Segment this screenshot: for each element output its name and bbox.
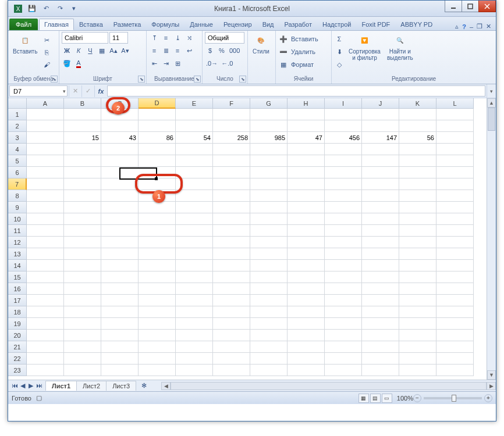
cell-I18[interactable] [325, 306, 362, 318]
cell-I23[interactable] [325, 364, 362, 376]
close-button[interactable] [478, 1, 496, 12]
cell-H19[interactable] [288, 318, 325, 330]
cell-J16[interactable] [362, 283, 399, 295]
cell-J4[interactable] [362, 144, 399, 155]
cell-B3[interactable]: 15 [64, 132, 101, 144]
cell-L16[interactable] [436, 283, 474, 295]
ribbon-minimize-icon[interactable]: ▵ [455, 23, 459, 30]
cancel-formula-button[interactable]: ✕ [69, 85, 81, 97]
cell-B4[interactable] [64, 144, 101, 155]
cell-E20[interactable] [176, 330, 213, 341]
cell-K12[interactable] [399, 237, 436, 248]
tab-рецензир[interactable]: Рецензир [218, 19, 257, 30]
cell-H14[interactable] [288, 260, 325, 271]
cell-I17[interactable] [325, 295, 362, 306]
cell-H7[interactable] [288, 178, 325, 190]
column-header-E[interactable]: E [176, 98, 213, 109]
cell-L14[interactable] [436, 260, 474, 271]
scroll-up-button[interactable]: ▲ [487, 98, 496, 108]
cell-A2[interactable] [27, 120, 64, 132]
cell-H3[interactable]: 47 [288, 132, 325, 144]
cell-L19[interactable] [436, 318, 474, 330]
cell-L22[interactable] [436, 353, 474, 364]
cell-D16[interactable] [139, 283, 176, 295]
cut-button[interactable]: ✂ [41, 34, 52, 46]
cell-A5[interactable] [27, 155, 64, 167]
window-restore-inner[interactable]: ❐ [477, 23, 482, 30]
cell-L12[interactable] [436, 237, 474, 248]
cell-B7[interactable] [64, 178, 101, 190]
cell-H1[interactable] [288, 109, 325, 120]
tab-file[interactable]: Файл [9, 19, 38, 30]
cell-D8[interactable] [139, 190, 176, 202]
cell-G22[interactable] [250, 353, 288, 364]
cell-L8[interactable] [436, 190, 474, 202]
cell-G21[interactable] [250, 341, 288, 353]
row-header-17[interactable]: 17 [8, 295, 27, 306]
macro-record-icon[interactable]: ▢ [36, 394, 42, 402]
cell-E2[interactable] [176, 120, 213, 132]
cell-E14[interactable] [176, 260, 213, 271]
cell-B20[interactable] [64, 330, 101, 341]
cell-A20[interactable] [27, 330, 64, 341]
cell-D14[interactable] [139, 260, 176, 271]
page-break-view-button[interactable]: ▭ [382, 394, 392, 403]
cell-H12[interactable] [288, 237, 325, 248]
cell-L3[interactable] [436, 132, 474, 144]
cell-B14[interactable] [64, 260, 101, 271]
cell-I20[interactable] [325, 330, 362, 341]
cell-E6[interactable] [176, 167, 213, 178]
cell-B15[interactable] [64, 271, 101, 283]
zoom-out-button[interactable]: − [413, 394, 421, 402]
cell-A3[interactable] [27, 132, 64, 144]
cell-D19[interactable] [139, 318, 176, 330]
cell-F4[interactable] [213, 144, 250, 155]
cell-I15[interactable] [325, 271, 362, 283]
cell-G14[interactable] [250, 260, 288, 271]
cell-E22[interactable] [176, 353, 213, 364]
row-header-5[interactable]: 5 [8, 155, 27, 167]
tab-abbyy pd[interactable]: ABBYY PD [395, 19, 438, 30]
cell-K10[interactable] [399, 213, 436, 225]
cell-C18[interactable] [101, 306, 139, 318]
hscroll-track[interactable] [171, 382, 487, 390]
cell-I21[interactable] [325, 341, 362, 353]
cell-K5[interactable] [399, 155, 436, 167]
cell-J3[interactable]: 147 [362, 132, 399, 144]
sheet-nav-last[interactable]: ⏭ [35, 382, 43, 389]
column-header-K[interactable]: K [399, 98, 436, 109]
decrease-font-button[interactable]: A▾ [120, 45, 130, 56]
cell-styles-button[interactable]: 🎨 Стили [250, 32, 272, 56]
normal-view-button[interactable]: ▦ [359, 394, 369, 403]
cell-D4[interactable] [139, 144, 176, 155]
cell-L2[interactable] [436, 120, 474, 132]
font-size-combo[interactable]: 11 [109, 32, 128, 44]
cell-D7[interactable] [139, 178, 176, 190]
row-header-18[interactable]: 18 [8, 306, 27, 318]
cell-H18[interactable] [288, 306, 325, 318]
cell-C19[interactable] [101, 318, 139, 330]
name-box[interactable]: D7 ▾ [9, 85, 68, 97]
cell-H17[interactable] [288, 295, 325, 306]
tab-разметка[interactable]: Разметка [108, 19, 147, 30]
cell-F12[interactable] [213, 237, 250, 248]
cell-E23[interactable] [176, 364, 213, 376]
align-center-button[interactable]: ≣ [161, 45, 171, 56]
cell-J1[interactable] [362, 109, 399, 120]
cell-I3[interactable]: 456 [325, 132, 362, 144]
cell-L17[interactable] [436, 295, 474, 306]
sheet-tab-Лист1[interactable]: Лист1 [45, 381, 77, 391]
cell-F14[interactable] [213, 260, 250, 271]
cell-D21[interactable] [139, 341, 176, 353]
wrap-text-button[interactable]: ↩ [184, 45, 194, 56]
cell-K23[interactable] [399, 364, 436, 376]
cell-E10[interactable] [176, 213, 213, 225]
scroll-left-button[interactable]: ◀ [161, 382, 171, 390]
cell-H13[interactable] [288, 248, 325, 260]
bold-button[interactable]: Ж [62, 45, 72, 56]
column-header-I[interactable]: I [325, 98, 362, 109]
copy-button[interactable]: ⎘ [41, 47, 52, 58]
column-header-G[interactable]: G [250, 98, 288, 109]
cell-B21[interactable] [64, 341, 101, 353]
cell-E4[interactable] [176, 144, 213, 155]
